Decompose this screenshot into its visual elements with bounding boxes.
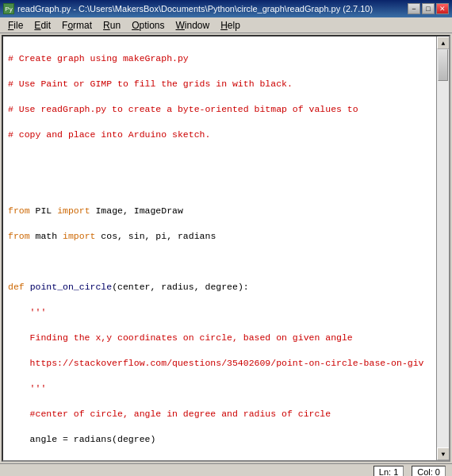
scroll-up-button[interactable]: ▲ [437,36,450,49]
status-bar: Ln: 1 Col: 0 [0,463,452,476]
menu-edit[interactable]: Edit [29,18,56,33]
minimize-button[interactable]: − [408,3,420,14]
window-controls: − □ ✕ [408,3,449,14]
maximize-button[interactable]: □ [422,3,435,14]
scroll-thumb[interactable] [438,49,448,81]
scroll-down-button[interactable]: ▼ [437,447,450,460]
app-icon: Py [3,3,14,14]
code-editor[interactable]: # Create graph using makeGraph.py # Use … [3,36,436,460]
line-status: Ln: 1 [373,466,404,477]
menu-window[interactable]: Window [171,18,215,33]
menu-file[interactable]: File [3,18,28,33]
menu-run[interactable]: Run [98,18,125,33]
menu-bar: File Edit Format Run Options Window Help [0,17,452,33]
vertical-scrollbar[interactable]: ▲ ▼ [436,36,449,460]
menu-options[interactable]: Options [127,18,169,33]
col-status: Col: 0 [412,466,446,477]
menu-help[interactable]: Help [216,18,245,33]
window-frame: Py readGraph.py - C:\Users\MakersBox\Doc… [0,0,452,476]
menu-format[interactable]: Format [57,18,97,33]
editor-container: # Create graph using makeGraph.py # Use … [2,35,450,462]
title-bar: Py readGraph.py - C:\Users\MakersBox\Doc… [0,0,452,17]
close-button[interactable]: ✕ [436,3,449,14]
scroll-track[interactable] [437,49,449,447]
window-title: readGraph.py - C:\Users\MakersBox\Docume… [17,4,373,13]
